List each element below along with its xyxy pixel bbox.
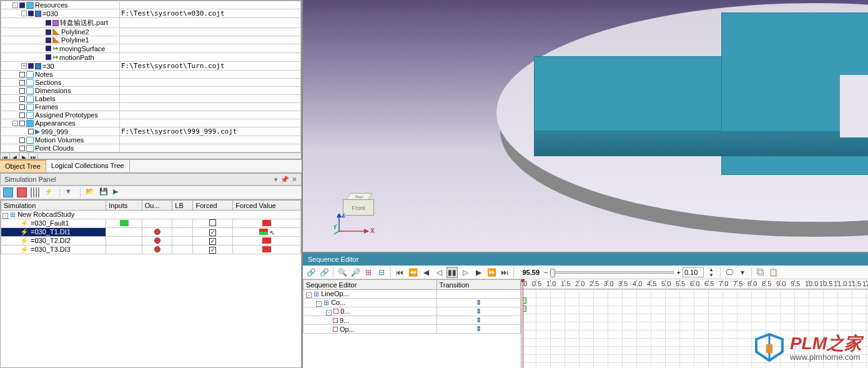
goto-end-icon[interactable]: ⏭ [499, 267, 510, 278]
seq-row-label[interactable]: Co... [331, 299, 345, 306]
close-icon[interactable]: ✕ [292, 176, 297, 184]
tree-item-label[interactable]: Point Clouds [35, 144, 74, 152]
tree-checkbox[interactable] [19, 96, 25, 102]
tree-checkbox[interactable] [46, 46, 51, 51]
tree-checkbox[interactable] [19, 112, 25, 118]
tree-item-label[interactable]: Motion Volumes [35, 136, 84, 144]
tree-checkbox[interactable] [46, 29, 51, 35]
prev-frame-icon[interactable]: ◀ [420, 267, 432, 278]
copy-icon[interactable]: ⿻ [755, 267, 766, 278]
unlink-icon[interactable]: 🔗 [318, 267, 330, 278]
seq-col-header[interactable]: Sequence Editor [303, 280, 437, 290]
forced-checkbox[interactable]: ✓ [209, 238, 216, 245]
tree-item-label[interactable]: Frames [35, 103, 58, 111]
tree-item-label[interactable]: Polyline1 [61, 36, 89, 44]
sim-col-header[interactable]: Simulation [1, 201, 106, 211]
link-icon[interactable]: 🔗 [305, 267, 317, 278]
tree-item-label[interactable]: Assigned Prototypes [35, 111, 98, 119]
play-fwd-icon[interactable]: ▷ [460, 267, 471, 278]
seq-col-header[interactable]: Transition [436, 280, 520, 290]
forced-value-indicator[interactable] [262, 237, 271, 244]
columns-icon[interactable] [31, 187, 41, 197]
sim-root-label[interactable]: New RobcadStudy [17, 211, 74, 218]
transition-link-icon[interactable]: ⇕ [476, 325, 481, 332]
seq-row-label[interactable]: 9... [340, 317, 349, 324]
tree-item-label[interactable]: Dimensions [35, 87, 71, 94]
action-icon[interactable]: ⚡ [44, 187, 54, 197]
tree-toggle[interactable]: - [12, 2, 18, 8]
paste-icon[interactable]: 📋 [768, 267, 779, 278]
sim-col-header[interactable]: Inputs [106, 201, 142, 211]
tree-checkbox[interactable] [19, 2, 25, 8]
zoom-fit-icon[interactable]: ⊞ [363, 267, 374, 278]
sim-col-header[interactable]: Forced Value [233, 201, 301, 211]
nav-prev[interactable]: ◀ [10, 153, 19, 159]
output-indicator[interactable] [154, 237, 160, 244]
sim-row-label[interactable]: =030_T1.DI1 [31, 228, 71, 236]
output-indicator[interactable] [154, 229, 160, 235]
tree-item-label[interactable]: Sections [35, 79, 61, 86]
tree-item-label[interactable]: Notes [35, 71, 53, 78]
grid-blue-icon[interactable] [3, 187, 13, 197]
tree-checkbox[interactable] [28, 11, 34, 16]
tree-checkbox[interactable] [19, 104, 25, 110]
tree-toggle[interactable]: - [21, 11, 27, 16]
view-cube-front[interactable]: Front [343, 199, 374, 216]
nav-next[interactable]: ▶ [19, 153, 29, 159]
grid-red-icon[interactable] [17, 187, 27, 197]
tree-item-label[interactable]: movingSurface [59, 45, 105, 52]
tree-checkbox[interactable] [19, 88, 25, 94]
step-up-icon[interactable]: ▲▼ [706, 267, 717, 278]
tree-checkbox[interactable] [19, 146, 25, 151]
tab-object-tree[interactable]: Object Tree [0, 160, 46, 172]
pause-icon[interactable]: ▮▮ [446, 267, 458, 278]
monitor-icon[interactable]: 🖵 [724, 267, 735, 278]
3d-viewport[interactable]: Top Front X Z Y [303, 0, 868, 252]
transition-link-icon[interactable]: ⇕ [476, 316, 481, 324]
tree-item-label[interactable]: Appearances [35, 119, 76, 127]
tree-checkbox[interactable] [28, 63, 34, 69]
seq-row-label[interactable]: LineOp... [321, 290, 349, 297]
view-cube[interactable]: Top Front [340, 191, 378, 225]
pin-icon[interactable]: 📌 [280, 176, 289, 184]
tree-checkbox[interactable] [19, 137, 25, 143]
tree-item-label[interactable]: Polyline2 [61, 28, 89, 36]
sim-row-label[interactable]: =030_T3.DI3 [31, 246, 71, 253]
monitor-dd-icon[interactable]: ▾ [737, 267, 748, 278]
tree-checkbox[interactable] [19, 72, 25, 77]
step-input[interactable] [683, 267, 704, 277]
sim-row-label[interactable]: =030_Fault1 [31, 219, 69, 227]
step-fwd-icon[interactable]: ⏩ [486, 267, 497, 278]
tree-toggle[interactable]: + [21, 63, 27, 69]
time-minus-icon[interactable]: − [544, 269, 548, 276]
forced-checkbox[interactable] [209, 219, 216, 226]
play-icon[interactable]: ▶ [113, 187, 123, 197]
save-icon[interactable]: 💾 [99, 187, 109, 197]
open-icon[interactable]: 📂 [86, 187, 96, 197]
play-back-icon[interactable]: ◁ [433, 267, 445, 278]
forced-value-indicator[interactable] [262, 246, 271, 252]
goto-start-icon[interactable]: ⏮ [394, 267, 405, 278]
forced-checkbox[interactable]: ✓ [209, 247, 216, 254]
sim-col-header[interactable]: LB [172, 201, 193, 211]
forced-value-indicator[interactable] [259, 229, 268, 235]
tree-icon[interactable]: ⊟ [376, 267, 387, 278]
tree-item-label[interactable]: 转盘输送机.part [60, 18, 108, 27]
tree-checkbox[interactable] [19, 121, 25, 126]
seq-toggle[interactable]: - [326, 310, 332, 316]
zoom-in-icon[interactable]: 🔎 [350, 267, 361, 278]
time-slider[interactable] [550, 271, 674, 274]
sim-col-header[interactable]: Forced [193, 201, 233, 211]
seq-row-label[interactable]: 0... [340, 307, 350, 315]
tree-item-label[interactable]: motionPath [59, 54, 94, 61]
tree-checkbox[interactable] [19, 80, 25, 86]
forced-value-indicator[interactable] [262, 220, 271, 226]
sim-root-toggle[interactable]: - [2, 213, 8, 219]
time-plus-icon[interactable]: + [676, 269, 680, 276]
nav-last[interactable]: ⏭ [29, 153, 38, 159]
transition-link-icon[interactable]: ⇕ [476, 307, 481, 315]
filter-icon[interactable]: ▼ [65, 187, 75, 197]
nav-first[interactable]: ⏮ [1, 153, 10, 159]
tree-item-label[interactable]: 999_999 [41, 128, 68, 136]
output-indicator[interactable] [154, 246, 160, 252]
